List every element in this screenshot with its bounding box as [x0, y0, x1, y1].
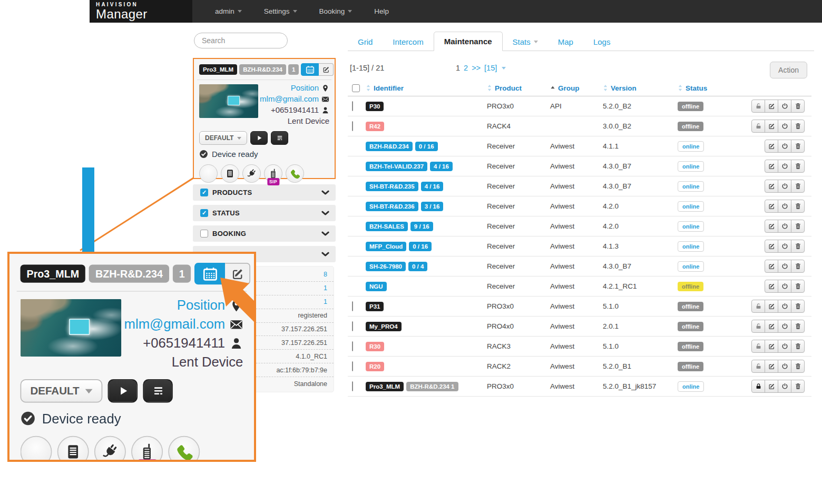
reboot-button[interactable]: [778, 180, 791, 193]
reboot-button[interactable]: [778, 160, 791, 173]
channel-count-badge[interactable]: 4 / 16: [421, 182, 444, 191]
search-input[interactable]: [194, 33, 288, 48]
preset-dropdown[interactable]: DEFAULT: [21, 379, 103, 403]
edit-button[interactable]: [765, 160, 778, 173]
sort-icon[interactable]: [603, 84, 608, 92]
chevron-down-icon[interactable]: [321, 231, 329, 236]
tab-logs[interactable]: Logs: [583, 33, 621, 51]
tab-grid[interactable]: Grid: [348, 33, 383, 51]
page-link[interactable]: [15]: [484, 64, 497, 72]
reboot-button[interactable]: [778, 320, 791, 333]
reboot-button[interactable]: [778, 220, 791, 233]
reboot-button[interactable]: [778, 200, 791, 213]
channel-count-badge[interactable]: 9 / 16: [410, 222, 433, 231]
channel-count-badge[interactable]: 0 / 4: [408, 262, 427, 271]
chevron-down-icon[interactable]: [321, 190, 329, 195]
column-header-identifier[interactable]: Identifier: [366, 84, 487, 92]
power-plug-icon[interactable]: [242, 164, 261, 183]
row-checkbox[interactable]: [352, 101, 353, 111]
edit-button[interactable]: [765, 320, 778, 333]
filter-checkbox[interactable]: [200, 230, 208, 238]
email-link[interactable]: mlm@gmail.com: [260, 94, 329, 104]
edit-button[interactable]: [765, 300, 778, 313]
edit-button[interactable]: [765, 120, 778, 133]
column-header-version[interactable]: Version: [603, 84, 678, 92]
select-all-checkbox[interactable]: [352, 84, 360, 92]
identifier-badge[interactable]: SH-BT-R&D.236: [366, 202, 418, 211]
identifier-badge[interactable]: MFP_Cloud: [366, 242, 406, 251]
delete-button[interactable]: [791, 160, 805, 173]
delete-button[interactable]: [791, 200, 805, 213]
reboot-button[interactable]: [778, 340, 791, 353]
identifier-badge[interactable]: BZH-R&D.234 1: [406, 382, 458, 391]
filter-section-status[interactable]: ✓STATUS: [193, 205, 336, 221]
tab-stats[interactable]: Stats: [503, 33, 548, 51]
position-link[interactable]: Position: [291, 83, 329, 93]
delete-button[interactable]: [791, 140, 805, 153]
channel-count-badge[interactable]: 0 / 16: [415, 142, 438, 151]
identifier-badge[interactable]: R42: [366, 122, 384, 131]
unlock-button[interactable]: [751, 320, 765, 333]
logs-document-icon[interactable]: [57, 436, 89, 462]
delete-button[interactable]: [791, 220, 805, 233]
channel-count-badge[interactable]: 4 / 16: [430, 162, 453, 171]
device-group-badge[interactable]: BZH-R&D.234: [239, 64, 286, 75]
channel-count-badge[interactable]: 3 / 16: [421, 202, 444, 211]
reboot-button[interactable]: [778, 380, 791, 393]
chevron-down-icon[interactable]: [321, 231, 329, 236]
column-header-group[interactable]: Group: [550, 84, 603, 92]
tab-map[interactable]: Map: [548, 33, 583, 51]
delete-button[interactable]: [791, 240, 805, 253]
sort-icon[interactable]: [678, 84, 683, 92]
nav-item-settings[interactable]: Settings: [253, 0, 308, 23]
logs-document-icon[interactable]: [221, 164, 239, 183]
preset-dropdown[interactable]: DEFAULT: [199, 131, 247, 145]
empty-status-icon[interactable]: [21, 436, 52, 462]
identifier-badge[interactable]: R20: [366, 362, 384, 371]
edit-device-button[interactable]: [319, 63, 334, 76]
chevron-down-icon[interactable]: [321, 211, 329, 216]
edit-button[interactable]: [765, 140, 778, 153]
delete-button[interactable]: [791, 100, 805, 113]
unlock-button[interactable]: [751, 340, 765, 353]
phone-call-icon[interactable]: [168, 436, 200, 462]
identifier-badge[interactable]: P30: [366, 102, 384, 111]
column-header-product[interactable]: Product: [487, 84, 550, 92]
device-name-badge[interactable]: Pro3_MLM: [199, 64, 237, 75]
device-count-badge[interactable]: 1: [288, 64, 299, 75]
filter-checkbox[interactable]: ✓: [200, 189, 208, 196]
edit-button[interactable]: [765, 200, 778, 213]
channel-count-badge[interactable]: 0 / 16: [409, 242, 432, 251]
booking-calendar-button[interactable]: [301, 63, 319, 76]
nav-item-booking[interactable]: Booking: [308, 0, 364, 23]
row-checkbox[interactable]: [352, 341, 353, 351]
delete-button[interactable]: [791, 300, 805, 313]
identifier-badge[interactable]: Pro3_MLM: [366, 382, 404, 391]
play-button[interactable]: [108, 379, 138, 403]
edit-button[interactable]: [765, 180, 778, 193]
edit-button[interactable]: [765, 380, 778, 393]
identifier-badge[interactable]: SH-BT-R&D.235: [366, 182, 418, 191]
identifier-badge[interactable]: R30: [366, 342, 384, 351]
identifier-badge[interactable]: BZH-SALES: [366, 222, 408, 231]
edit-button[interactable]: [765, 360, 778, 373]
sort-icon[interactable]: [487, 84, 492, 92]
delete-button[interactable]: [791, 380, 805, 393]
phone-call-icon[interactable]: [286, 164, 304, 183]
queue-button[interactable]: [143, 379, 173, 403]
filter-checkbox[interactable]: ✓: [200, 209, 208, 217]
identifier-badge[interactable]: BZH-Tel-VALID.237: [366, 162, 427, 171]
delete-button[interactable]: [791, 340, 805, 353]
device-count-badge[interactable]: 1: [173, 265, 191, 283]
identifier-badge[interactable]: My_PRO4: [366, 322, 402, 331]
edit-button[interactable]: [765, 240, 778, 253]
edit-button[interactable]: [765, 220, 778, 233]
play-button[interactable]: [250, 131, 268, 145]
delete-button[interactable]: [791, 360, 805, 373]
identifier-badge[interactable]: P31: [366, 302, 384, 311]
unlock-button[interactable]: [751, 120, 765, 133]
power-plug-icon[interactable]: [94, 436, 126, 462]
chevron-down-icon[interactable]: [321, 211, 329, 216]
delete-button[interactable]: [791, 320, 805, 333]
page-link[interactable]: >>: [472, 64, 481, 72]
